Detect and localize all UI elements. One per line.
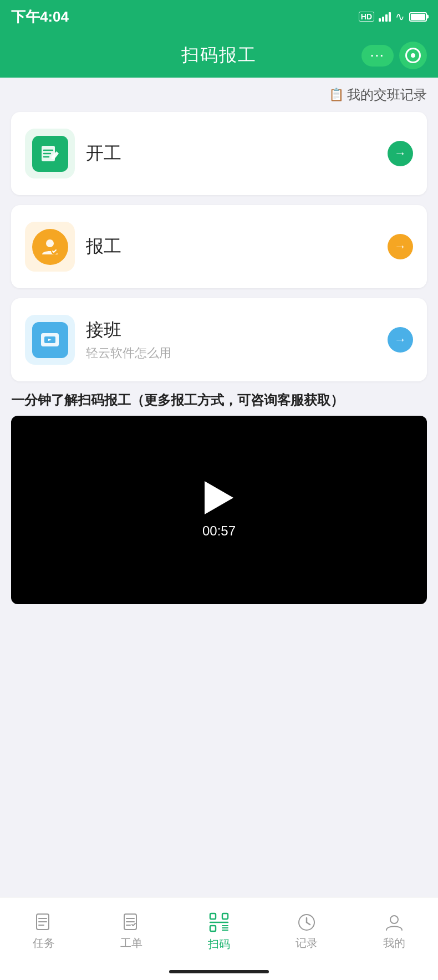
scan-nav-icon <box>208 911 230 933</box>
nav-item-orders[interactable]: 工单 <box>88 897 175 963</box>
nav-item-scan[interactable]: 扫码 <box>175 897 263 963</box>
kaigong-card-left: 开工 <box>25 129 121 178</box>
jieban-info: 接班 轻云软件怎么用 <box>86 318 171 361</box>
wifi-icon: ∿ <box>395 10 405 23</box>
page-title: 扫码报工 <box>181 43 257 68</box>
hd-label: HD <box>359 12 374 22</box>
main-content: 📋 我的交班记录 开工 → <box>0 78 438 897</box>
jieban-subtitle: 轻云软件怎么用 <box>86 345 171 361</box>
header: 扫码报工 ··· <box>0 33 438 78</box>
bottom-nav: 任务 工单 扫码 记录 <box>0 897 438 963</box>
kaigong-info: 开工 <box>86 141 121 166</box>
nav-label-scan: 扫码 <box>208 937 230 952</box>
svg-rect-17 <box>222 913 228 919</box>
order-icon <box>121 912 141 932</box>
scan-target-icon <box>405 48 421 63</box>
nav-label-mine: 我的 <box>383 936 405 951</box>
video-player[interactable]: 00:57 <box>11 416 427 604</box>
task-icon <box>34 912 54 932</box>
nav-item-records[interactable]: 记录 <box>263 897 350 963</box>
nav-label-tasks: 任务 <box>33 936 55 951</box>
jieban-arrow: → <box>388 327 413 353</box>
nav-label-records: 记录 <box>296 936 318 951</box>
jieban-card[interactable]: 接班 轻云软件怎么用 → <box>11 298 427 381</box>
svg-rect-18 <box>210 926 216 931</box>
kaigong-title: 开工 <box>86 141 121 166</box>
nav-item-tasks[interactable]: 任务 <box>0 897 88 963</box>
jieban-title: 接班 <box>86 318 171 343</box>
home-bar <box>169 970 269 973</box>
nav-label-orders: 工单 <box>120 936 142 951</box>
kaigong-arrow: → <box>388 141 413 166</box>
baogong-title: 报工 <box>86 234 121 259</box>
baogong-info: 报工 <box>86 234 121 259</box>
jieban-icon <box>32 322 68 358</box>
nav-item-mine[interactable]: 我的 <box>350 897 438 963</box>
home-indicator <box>0 963 438 980</box>
status-bar: 下午4:04 HD ∿ <box>0 0 438 33</box>
scan-button[interactable] <box>399 42 427 69</box>
dots-icon: ··· <box>370 49 385 62</box>
play-button-icon <box>205 481 233 514</box>
baogong-icon-wrap <box>25 222 75 272</box>
signal-icon <box>379 12 391 22</box>
baogong-arrow: → <box>388 234 413 259</box>
svg-line-25 <box>307 922 310 925</box>
svg-point-26 <box>390 916 398 923</box>
battery-icon <box>409 12 427 22</box>
baogong-card-left: 报工 <box>25 222 121 272</box>
kaigong-card[interactable]: 开工 → <box>11 112 427 195</box>
baogong-icon <box>32 229 68 265</box>
svg-point-4 <box>46 239 54 247</box>
shift-record-icon: 📋 <box>329 88 344 102</box>
status-time: 下午4:04 <box>11 7 69 27</box>
status-icons: HD ∿ <box>359 10 427 23</box>
jieban-icon-wrap <box>25 315 75 365</box>
baogong-card[interactable]: 报工 → <box>11 205 427 288</box>
shift-record-link[interactable]: 📋 我的交班记录 <box>11 86 427 104</box>
header-actions: ··· <box>361 42 427 69</box>
kaigong-icon <box>32 136 68 172</box>
kaigong-icon-wrap <box>25 129 75 178</box>
clock-icon <box>297 912 317 932</box>
user-icon <box>384 912 404 932</box>
svg-rect-16 <box>210 913 216 919</box>
shift-record-text: 我的交班记录 <box>347 86 427 104</box>
video-duration: 00:57 <box>202 523 236 539</box>
intro-title: 一分钟了解扫码报工（更多报工方式，可咨询客服获取） <box>11 391 427 409</box>
jieban-card-left: 接班 轻云软件怎么用 <box>25 315 171 365</box>
more-options-button[interactable]: ··· <box>361 45 394 67</box>
